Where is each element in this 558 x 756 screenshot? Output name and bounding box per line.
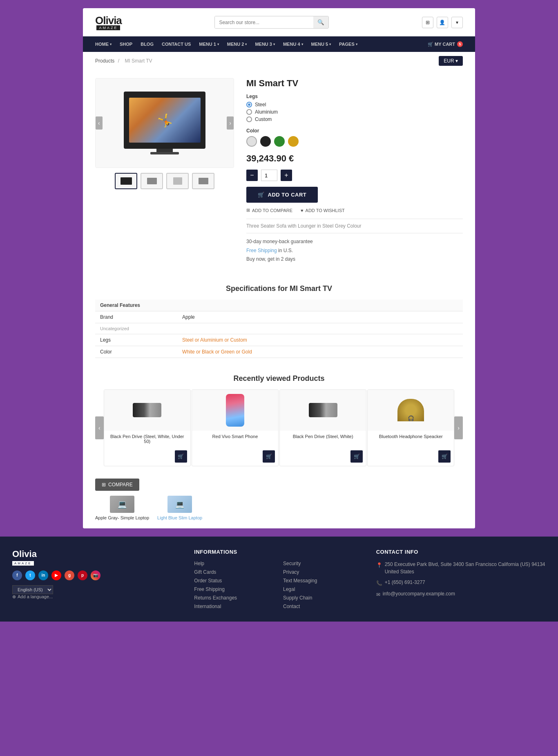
- header-icons: ⊞ 👤 ▾: [422, 17, 463, 28]
- expand-icon[interactable]: ▾: [451, 17, 463, 28]
- color-swatches: [246, 136, 463, 147]
- nav-home[interactable]: HOME ▾: [91, 37, 116, 51]
- specs-title: Specifications for MI Smart TV: [95, 284, 463, 293]
- footer-link-returns[interactable]: Returns Exchanges: [194, 595, 275, 601]
- twitter-icon[interactable]: t: [25, 570, 35, 580]
- instagram-icon[interactable]: 📷: [91, 570, 100, 580]
- add-to-wishlist-button[interactable]: ♥ ADD TO WISHLIST: [301, 208, 345, 213]
- legs-option-steel[interactable]: Steel: [246, 102, 463, 107]
- linkedin-icon[interactable]: in: [38, 570, 48, 580]
- nav-menu4[interactable]: MENU 4 ▾: [279, 37, 307, 51]
- thumb-4[interactable]: [192, 173, 214, 189]
- footer-links-2col: Help Gift Cards Order Status Free Shippi…: [194, 561, 364, 609]
- googleplus-icon[interactable]: g: [65, 570, 74, 580]
- heart-icon: ♥: [301, 208, 304, 213]
- color-green[interactable]: [274, 136, 285, 147]
- currency-button[interactable]: EUR ▾: [439, 56, 463, 66]
- thumbnail-row: [95, 173, 234, 189]
- tv-stand: [156, 149, 173, 152]
- add-cart-4[interactable]: 🛒: [438, 450, 451, 463]
- product-card-1: Black Pen Drive (Steel, White, Under 50)…: [104, 389, 191, 466]
- footer-link-legal[interactable]: Legal: [283, 586, 364, 592]
- color-black[interactable]: [260, 136, 271, 147]
- facebook-icon[interactable]: f: [12, 570, 22, 580]
- thumb-3[interactable]: [166, 173, 189, 189]
- footer-link-giftcards[interactable]: Gift Cards: [194, 569, 275, 575]
- headphone-icon: 🎧: [397, 399, 424, 421]
- nav-contact[interactable]: CONTACT US: [158, 37, 195, 51]
- add-cart-2[interactable]: 🛒: [263, 450, 275, 463]
- footer-link-help[interactable]: Help: [194, 561, 275, 566]
- search-input[interactable]: [215, 16, 313, 28]
- guarantee-1: 30-day money-back guarantee: [246, 237, 463, 246]
- account-icon[interactable]: 👤: [437, 17, 448, 28]
- quantity-row: − +: [246, 170, 463, 181]
- quantity-increase[interactable]: +: [281, 170, 292, 181]
- nav-pages[interactable]: PAGES ▾: [335, 37, 362, 51]
- youtube-icon[interactable]: ▶: [51, 570, 61, 580]
- main-image: ‹ 🤸 ›: [95, 78, 234, 168]
- guarantee-3: Buy now, get in 2 days: [246, 255, 463, 264]
- add-language-link[interactable]: ⊕ Add a language...: [12, 594, 182, 599]
- legs-option-aluminium[interactable]: Aluminium: [246, 109, 463, 115]
- footer-links-col1: Help Gift Cards Order Status Free Shippi…: [194, 561, 275, 609]
- language-select[interactable]: English (US): [12, 585, 53, 594]
- compare-icon-btn: ⊞: [102, 482, 106, 488]
- breadcrumb-products[interactable]: Products: [95, 58, 114, 64]
- footer-social: f t in ▶ g p 📷: [12, 570, 182, 580]
- nav-menu3[interactable]: MENU 3 ▾: [251, 37, 279, 51]
- grid-icon[interactable]: ⊞: [422, 17, 433, 28]
- carousel-next[interactable]: ›: [454, 416, 463, 439]
- carousel-prev[interactable]: ‹: [95, 416, 104, 439]
- image-prev-button[interactable]: ‹: [96, 116, 103, 130]
- legs-option-custom[interactable]: Custom: [246, 116, 463, 122]
- footer-info-col: INFORMATIONS Help Gift Cards Order Statu…: [194, 549, 364, 609]
- nav-menu2[interactable]: MENU 2 ▾: [223, 37, 251, 51]
- color-white[interactable]: [246, 136, 257, 147]
- guarantee-2: Free Shipping in U.S.: [246, 246, 463, 255]
- image-next-button[interactable]: ›: [227, 116, 234, 130]
- footer-link-supplychain[interactable]: Supply Chain: [283, 595, 364, 601]
- footer-link-contact[interactable]: Contact: [283, 604, 364, 609]
- footer-info-title: INFORMATIONS: [194, 549, 364, 555]
- quantity-input[interactable]: [261, 170, 277, 181]
- search-bar: 🔍: [214, 16, 329, 29]
- pinterest-icon[interactable]: p: [78, 570, 87, 580]
- logo-sub: AMAZE: [96, 25, 120, 30]
- phone-icon: [226, 394, 244, 427]
- footer-link-security[interactable]: Security: [283, 561, 364, 566]
- add-cart-3[interactable]: 🛒: [350, 450, 363, 463]
- nav-menu1[interactable]: MENU 1 ▾: [195, 37, 223, 51]
- footer-link-international[interactable]: International: [194, 604, 275, 609]
- compare-items: 💻 Apple Gray- Simple Loptop 💻 Light Blue…: [95, 496, 463, 520]
- email-icon: ✉: [376, 591, 380, 598]
- spec-label-color: Color: [95, 346, 177, 358]
- compare-button[interactable]: ⊞ COMPARE: [95, 479, 139, 491]
- product-section: ‹ 🤸 ›: [83, 70, 475, 276]
- add-cart-1[interactable]: 🛒: [175, 450, 187, 463]
- footer-link-textmessaging[interactable]: Text Messaging: [283, 578, 364, 584]
- product-price: 39,243.90 €: [246, 153, 463, 164]
- footer-phone: 📞 +1 (650) 691-3277: [376, 579, 546, 587]
- nav-menu5[interactable]: MENU 5 ▾: [307, 37, 335, 51]
- quantity-decrease[interactable]: −: [246, 170, 258, 181]
- thumb-2[interactable]: [141, 173, 163, 189]
- nav-cart[interactable]: 🛒 MY CART 5: [424, 36, 467, 52]
- color-gold[interactable]: [288, 136, 299, 147]
- thumb-1[interactable]: [115, 173, 137, 189]
- spec-label-brand: Brand: [95, 311, 177, 323]
- footer-link-orderstatus[interactable]: Order Status: [194, 578, 275, 584]
- logo[interactable]: Olivia AMAZE: [95, 14, 122, 30]
- add-to-compare-button[interactable]: ⊞ ADD TO COMPARE: [246, 208, 292, 213]
- compare-icon: ⊞: [246, 208, 250, 213]
- product-card-4: 🎧 Bluetooth Headphone Speacker 🛒: [367, 389, 454, 466]
- nav-shop[interactable]: SHOP: [116, 37, 136, 51]
- nav-blog[interactable]: BLOG: [136, 37, 158, 51]
- navbar: HOME ▾ SHOP BLOG CONTACT US MENU 1 ▾ MEN…: [83, 36, 475, 52]
- product-card-2: Red Vivo Smart Phone 🛒: [192, 389, 279, 466]
- footer-link-freeshipping[interactable]: Free Shipping: [194, 586, 275, 592]
- products-grid: Black Pen Drive (Steel, White, Under 50)…: [104, 389, 455, 466]
- search-button[interactable]: 🔍: [313, 16, 328, 28]
- add-to-cart-button[interactable]: 🛒 ADD TO CART: [246, 187, 318, 203]
- footer-link-privacy[interactable]: Privacy: [283, 569, 364, 575]
